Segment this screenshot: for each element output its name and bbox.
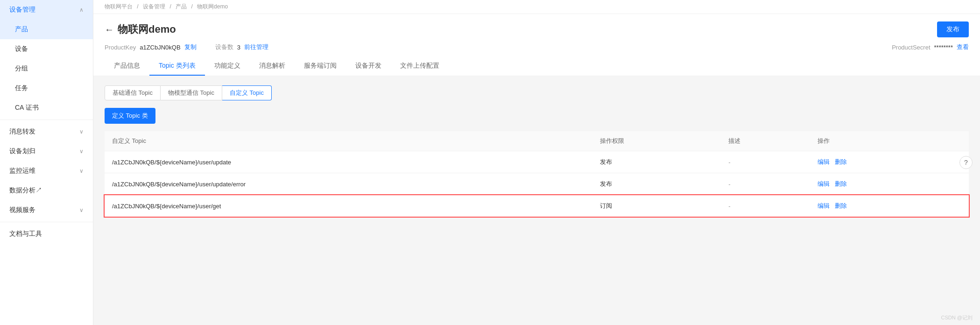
sidebar-item-ca-cert[interactable]: CA 证书 xyxy=(0,98,93,118)
topic-path: /a1ZCbJN0kQB/${deviceName}/user/update xyxy=(105,151,592,173)
topic-path: /a1ZCbJN0kQB/${deviceName}/user/update/e… xyxy=(105,173,592,195)
sidebar-item-label: 设备管理 xyxy=(9,6,35,14)
product-secret-label: ProductSecret xyxy=(892,44,930,51)
watermark: CSDN @记刘 xyxy=(941,314,973,321)
delete-link-row2[interactable]: 删除 xyxy=(835,180,847,187)
breadcrumb-device-mgmt[interactable]: 设备管理 xyxy=(143,3,165,10)
copy-link[interactable]: 复制 xyxy=(184,43,197,51)
manage-link[interactable]: 前往管理 xyxy=(244,43,268,51)
meta-row: ProductKey a1ZCbJN0kQB 复制 设备数 3 前往管理 Pro… xyxy=(105,43,969,51)
breadcrumb-current: 物联网demo xyxy=(197,3,228,10)
sidebar-item-label: 数据分析↗ xyxy=(9,186,42,195)
sub-tab-custom-topic[interactable]: 自定义 Topic xyxy=(222,85,272,100)
table-row: /a1ZCbJN0kQB/${deviceName}/user/update 发… xyxy=(105,151,969,173)
help-button[interactable]: ? xyxy=(959,156,973,169)
table-header: 自定义 Topic 操作权限 描述 操作 xyxy=(105,131,969,151)
product-key-value: a1ZCbJN0kQB xyxy=(140,44,180,51)
sidebar-divider-1 xyxy=(0,120,93,120)
sidebar-item-label: 任务 xyxy=(15,84,28,92)
sidebar-item-label: 视频服务 xyxy=(9,206,35,214)
table-row-highlighted: /a1ZCbJN0kQB/${deviceName}/user/get 订阅 -… xyxy=(105,195,969,217)
sub-tab-model-comm[interactable]: 物模型通信 Topic xyxy=(161,85,222,100)
tab-function-def[interactable]: 功能定义 xyxy=(205,57,250,76)
define-topic-button[interactable]: 定义 Topic 类 xyxy=(105,108,155,124)
breadcrumb-sep-2: / xyxy=(169,3,171,10)
tab-device-dev[interactable]: 设备开发 xyxy=(346,57,391,76)
sidebar-item-monitoring[interactable]: 监控运维 ∨ xyxy=(0,161,93,181)
sub-tabs: 基础通信 Topic 物模型通信 Topic 自定义 Topic xyxy=(105,85,969,100)
sub-tab-basic-comm[interactable]: 基础通信 Topic xyxy=(105,85,161,100)
tab-file-upload[interactable]: 文件上传配置 xyxy=(391,57,449,76)
sidebar-item-label: 监控运维 xyxy=(9,167,35,175)
col-header-topic: 自定义 Topic xyxy=(105,131,592,151)
device-count-value: 3 xyxy=(237,44,240,51)
edit-link-row3[interactable]: 编辑 xyxy=(818,202,830,209)
sidebar-item-label: 设备划归 xyxy=(9,147,35,155)
delete-link-row3[interactable]: 删除 xyxy=(835,202,847,209)
main-tabs: 产品信息 Topic 类列表 功能定义 消息解析 服务端订阅 设备开发 文件上传… xyxy=(105,57,969,76)
sidebar-divider-2 xyxy=(0,222,93,222)
sidebar-item-task[interactable]: 任务 xyxy=(0,78,93,98)
col-header-description: 描述 xyxy=(721,131,810,151)
delete-link-row1[interactable]: 删除 xyxy=(835,158,847,165)
sidebar-item-video-service[interactable]: 视频服务 ∨ xyxy=(0,200,93,220)
topic-permission: 订阅 xyxy=(592,195,721,217)
topic-table-container: 自定义 Topic 操作权限 描述 操作 /a1ZCbJN0kQB/${devi… xyxy=(105,131,969,217)
chevron-down-icon: ∨ xyxy=(79,207,84,213)
product-key-label: ProductKey xyxy=(105,44,136,51)
topic-path: /a1ZCbJN0kQB/${deviceName}/user/get xyxy=(105,195,592,217)
sidebar-item-label: 消息转发 xyxy=(9,127,35,136)
sidebar-item-data-analysis[interactable]: 数据分析↗ xyxy=(0,181,93,200)
table-header-row: 自定义 Topic 操作权限 描述 操作 xyxy=(105,131,969,151)
sidebar-item-label: 文档与工具 xyxy=(9,230,42,238)
publish-button[interactable]: 发布 xyxy=(937,21,969,37)
tab-product-info[interactable]: 产品信息 xyxy=(105,57,149,76)
topic-description: - xyxy=(721,173,810,195)
breadcrumb: 物联网平台 / 设备管理 / 产品 / 物联网demo xyxy=(93,0,980,14)
product-name: 物联网demo xyxy=(118,22,176,36)
device-count-meta: 设备数 3 前往管理 xyxy=(215,43,268,51)
product-secret-value: ******** xyxy=(934,44,953,51)
sidebar-item-docs-tools[interactable]: 文档与工具 xyxy=(0,224,93,244)
edit-link-row2[interactable]: 编辑 xyxy=(818,180,830,187)
sidebar-item-device-partition[interactable]: 设备划归 ∨ xyxy=(0,141,93,161)
sidebar-item-label: 设备 xyxy=(15,45,28,53)
chevron-up-icon: ∧ xyxy=(79,7,84,13)
product-secret-meta: ProductSecret ******** 查看 xyxy=(892,43,969,51)
topic-actions: 编辑 删除 xyxy=(810,195,969,217)
breadcrumb-sep-3: / xyxy=(191,3,192,10)
table-body: /a1ZCbJN0kQB/${deviceName}/user/update 发… xyxy=(105,151,969,217)
chevron-down-icon: ∨ xyxy=(79,168,84,174)
page-title-row: ← 物联网demo 发布 xyxy=(105,21,969,37)
topic-actions: 编辑 删除 xyxy=(810,173,969,195)
breadcrumb-product[interactable]: 产品 xyxy=(176,3,187,10)
edit-link-row1[interactable]: 编辑 xyxy=(818,158,830,165)
topic-actions: 编辑 删除 xyxy=(810,151,969,173)
sidebar-item-device[interactable]: 设备 xyxy=(0,39,93,59)
breadcrumb-sep-1: / xyxy=(137,3,138,10)
tab-topic-class[interactable]: Topic 类列表 xyxy=(149,57,205,76)
sidebar-item-device-management[interactable]: 设备管理 ∧ xyxy=(0,0,93,20)
device-count-label: 设备数 xyxy=(215,43,233,51)
col-header-permission: 操作权限 xyxy=(592,131,721,151)
sidebar-item-message-forward[interactable]: 消息转发 ∨ xyxy=(0,122,93,141)
content-area: 基础通信 Topic 物模型通信 Topic 自定义 Topic 定义 Topi… xyxy=(93,76,980,325)
sidebar: 设备管理 ∧ 产品 设备 分组 任务 CA 证书 消息转发 ∨ 设备划归 ∨ 监… xyxy=(0,0,93,325)
sidebar-item-label: 分组 xyxy=(15,64,28,73)
product-key-meta: ProductKey a1ZCbJN0kQB 复制 xyxy=(105,43,197,51)
page-header: ← 物联网demo 发布 ProductKey a1ZCbJN0kQB 复制 设… xyxy=(93,14,980,76)
topic-permission: 发布 xyxy=(592,151,721,173)
topic-description: - xyxy=(721,195,810,217)
sidebar-item-group[interactable]: 分组 xyxy=(0,59,93,78)
topic-table: 自定义 Topic 操作权限 描述 操作 /a1ZCbJN0kQB/${devi… xyxy=(105,131,969,217)
chevron-down-icon: ∨ xyxy=(79,128,84,135)
col-header-actions: 操作 xyxy=(810,131,969,151)
tab-service-subscribe[interactable]: 服务端订阅 xyxy=(295,57,346,76)
breadcrumb-platform[interactable]: 物联网平台 xyxy=(105,3,133,10)
chevron-down-icon: ∨ xyxy=(79,148,84,155)
table-row: /a1ZCbJN0kQB/${deviceName}/user/update/e… xyxy=(105,173,969,195)
tab-message-parse[interactable]: 消息解析 xyxy=(250,57,295,76)
view-link[interactable]: 查看 xyxy=(957,43,969,51)
back-button[interactable]: ← xyxy=(105,24,114,35)
sidebar-item-product[interactable]: 产品 xyxy=(0,20,93,39)
